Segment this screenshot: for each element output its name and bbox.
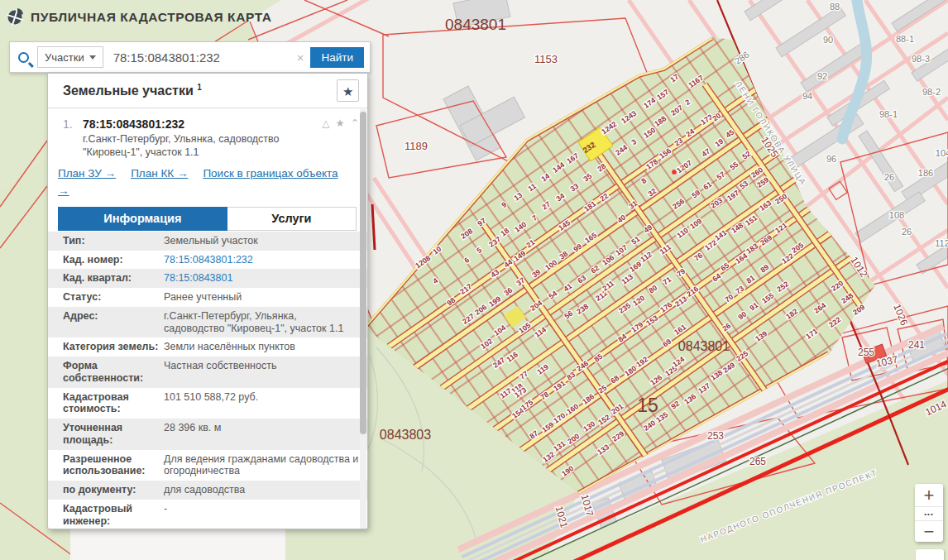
map-area-label: 98-1 [879,109,898,119]
info-row: Кад. номер:78:15:0843801:232 [48,251,367,270]
search-category-label: Участки [45,51,84,64]
info-row: по документу:для садоводства [48,481,367,500]
info-row-label: Кадастровый инженер: [63,503,164,528]
info-row: Тип:Земельный участок [48,232,367,251]
tab-information[interactable]: Информация [58,207,227,231]
map-area-label: 88-1 [896,34,914,44]
tabs: Информация Услуги [58,207,357,231]
search-input[interactable] [112,50,290,65]
map-area-label: 112 [935,238,948,248]
result-links: План ЗУ →План КК →Поиск в границах объек… [48,159,367,205]
map-area-label: 26 [884,172,894,182]
panel-header: Земельные участки 1 ★ [48,74,367,108]
info-row-value: 101 510 588,72 руб. [164,391,359,416]
info-row: Разрешенное использование:Для ведения гр… [48,450,367,481]
info-row-label: Уточненная площадь: [63,422,164,447]
info-row-label: Статус: [63,291,164,304]
info-row-label: Форма собственности: [63,360,164,385]
map-area-label: 255 [858,347,874,358]
info-row-value: Земельный участок [164,235,359,247]
search-button[interactable]: Найти [310,47,364,68]
app: 9131114144167273433352871401897208237561… [0,0,948,560]
map-area-label: 1153 [534,53,558,65]
search-icon [18,52,29,63]
app-header: ПУБЛИЧНАЯ КАДАСТРОВАЯ КАРТА [7,8,272,26]
result-item-header[interactable]: 1. 78:15:0843801:232 △ ★ ⌃ [48,108,367,131]
map-area-label: 88 [830,2,840,12]
info-row-value-link[interactable]: 78:15:0843801:232 [164,254,359,266]
map-area-label: 253 [707,430,724,442]
map-area-label: 241 [908,339,925,351]
result-address: г.Санкт-Петербург, Ульянка, садоводство … [48,131,367,159]
map-area-label: 186 [918,168,933,178]
panel-title-superscript: 1 [197,83,202,92]
info-row-value: 28 396 кв. м [164,422,359,447]
info-row: Категория земель:Земли населённых пункто… [48,337,367,357]
info-row: Кадастровая стоимость:101 510 588,72 руб… [48,388,367,419]
map-corner-control[interactable] [916,549,944,560]
favorite-star-button[interactable]: ★ [337,79,359,102]
info-row-value-link[interactable]: 78:15:0843801 [164,272,359,285]
panel-title: Земельные участки 1 [63,83,337,98]
rosreestr-logo-icon [7,8,24,26]
panel-body: 1. 78:15:0843801:232 △ ★ ⌃ г.Санкт-Петер… [48,108,367,529]
info-row-label: по документу: [63,484,164,496]
info-row-label: Кад. номер: [63,254,164,266]
map-area-label: 265 [749,456,766,467]
quarter-number-label: 15 [637,395,658,416]
info-row-label: Кад. квартал: [63,272,164,285]
info-row: Кадастровый инженер:- [48,500,367,529]
quarter-number-label: 0843801 [678,339,730,353]
quarter-number-label: 0843801 [445,16,506,33]
info-row-value: г.Санкт-Петербург, Ульянка, садоводство … [164,310,359,335]
zoom-out-button[interactable]: − [915,521,943,542]
info-row-label: Кадастровая стоимость: [63,391,164,416]
map-area-label: 90 [823,35,833,45]
info-table: Тип:Земельный участокКад. номер:78:15:08… [48,232,367,529]
zoom-options-button[interactable]: ••• [915,507,943,521]
clear-search-icon[interactable]: × [297,50,304,65]
info-row: Статус:Ранее учтенный [48,288,367,307]
info-row-label: Адрес: [63,310,164,335]
result-link[interactable]: План КК → [131,167,188,179]
results-panel: Земельные участки 1 ★ 1. 78:15:0843801:2… [47,73,368,529]
info-row: Адрес:г.Санкт-Петербург, Ульянка, садово… [48,307,367,338]
chevron-down-icon [89,55,96,60]
info-row-label: Тип: [63,235,164,247]
result-action-icons[interactable]: △ ★ ⌃ [322,117,361,131]
info-row-value: Для ведения гражданами садоводства и ого… [164,453,359,478]
info-row-label: Разрешенное использование: [63,453,164,478]
info-row-value: Ранее учтенный [164,291,359,304]
map-area-label: 1189 [405,140,428,152]
search-bar: Участки × Найти [9,41,371,73]
info-row-value: Земли населённых пунктов [164,341,359,353]
result-index: 1. [63,117,83,131]
map-area-label: 26 [902,227,912,237]
map-area-label: 98-3 [912,54,930,64]
map-area-label: 98-2 [922,87,941,97]
info-row-value: - [164,503,359,528]
zoom-in-button[interactable]: + [915,484,943,507]
map-area-label: 94 [802,91,812,101]
info-row: Уточненная площадь:28 396 кв. м [48,419,367,450]
result-link[interactable]: План ЗУ → [58,167,116,179]
info-row-value: Частная собственность [164,360,359,385]
result-cadnumber: 78:15:0843801:232 [83,117,322,131]
panel-scrollbar[interactable] [360,109,366,529]
app-title: ПУБЛИЧНАЯ КАДАСТРОВАЯ КАРТА [31,10,272,25]
quarter-number-label: 0843803 [380,428,431,442]
map-area-label: 96 [826,154,836,164]
panel-scrollbar-thumb[interactable] [360,112,366,434]
tab-services[interactable]: Услуги [227,207,357,231]
map-zoom-control: + ••• − [915,484,943,542]
info-row-value: для садоводства [164,484,359,496]
map-area-label: 108 [889,210,904,220]
info-row: Форма собственности:Частная собственност… [48,357,367,388]
map-area-label: 92 [817,71,827,81]
search-category-dropdown[interactable]: Участки [37,46,103,68]
info-row-label: Категория земель: [63,341,164,353]
info-row: Кад. квартал:78:15:0843801 [48,269,367,288]
map-area-label: 104 [936,148,948,158]
